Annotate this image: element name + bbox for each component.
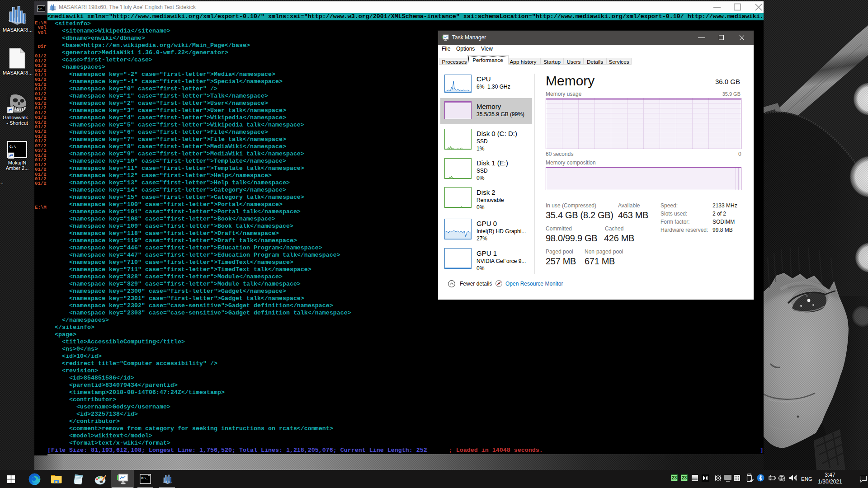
svg-text:C:\_: C:\_ (141, 477, 148, 480)
